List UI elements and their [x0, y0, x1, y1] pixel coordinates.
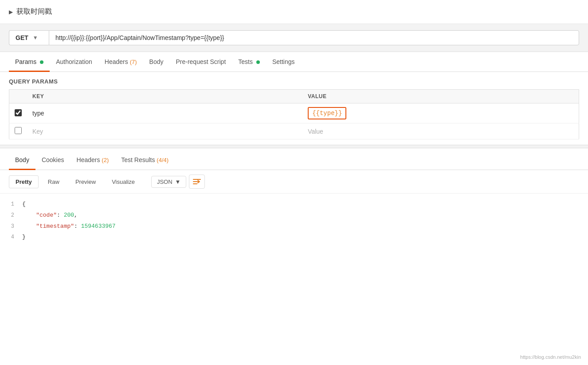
resp-tab-testresults[interactable]: Test Results (4/4)	[115, 150, 175, 170]
tab-headers[interactable]: Headers (7)	[98, 52, 143, 72]
resp-headers-badge: (2)	[102, 157, 109, 163]
url-bar: GET ▼	[0, 24, 588, 52]
tab-params[interactable]: Params	[9, 52, 50, 72]
code-line-1: 1 {	[0, 199, 588, 210]
tab-settings[interactable]: Settings	[266, 52, 301, 72]
code-area: 1 { 2 "code": 200, 3 "timestamp": 159463…	[0, 194, 588, 248]
resp-testresults-badge: (4/4)	[157, 157, 169, 163]
wrap-button[interactable]	[189, 175, 205, 189]
code-content-3: "timestamp": 1594633967	[22, 222, 588, 231]
col-key: KEY	[27, 90, 302, 103]
section-label: Query Params	[9, 78, 579, 85]
row2-value-placeholder: Value	[308, 128, 323, 135]
tab-authorization[interactable]: Authorization	[50, 52, 98, 72]
col-value: VALUE	[302, 90, 579, 103]
line-num-4: 4	[0, 233, 22, 242]
col-checkbox	[9, 90, 27, 103]
chevron-down-icon: ▼	[33, 35, 38, 41]
page-title: 获取时间戳	[16, 7, 52, 16]
line-num-2: 2	[0, 211, 22, 220]
tests-dot	[256, 60, 260, 64]
code-content-2: "code": 200,	[22, 211, 588, 220]
code-line-4: 4 }	[0, 232, 588, 243]
url-input[interactable]	[49, 30, 579, 45]
request-tabs: Params Authorization Headers (7) Body Pr…	[0, 52, 588, 72]
resp-tab-cookies[interactable]: Cookies	[35, 150, 71, 170]
code-content-4: }	[22, 233, 588, 242]
view-pretty[interactable]: Pretty	[9, 175, 39, 188]
method-dropdown[interactable]: GET ▼	[9, 30, 49, 45]
tab-body[interactable]: Body	[143, 52, 170, 72]
row2-key-placeholder: Key	[32, 128, 43, 135]
row1-checkbox[interactable]	[15, 109, 22, 116]
view-visualize[interactable]: Visualize	[105, 175, 141, 188]
tab-tests[interactable]: Tests	[232, 52, 266, 72]
params-table: KEY VALUE type {{type}}	[9, 89, 579, 139]
tab-prerequest[interactable]: Pre-request Script	[169, 52, 232, 72]
row2-checkbox-cell	[9, 123, 27, 139]
line-num-3: 3	[0, 222, 22, 231]
resp-tab-body[interactable]: Body	[9, 150, 35, 170]
row2-value-cell[interactable]: Value	[302, 123, 579, 139]
line-num-1: 1	[0, 200, 22, 209]
code-line-3: 3 "timestamp": 1594633967	[0, 221, 588, 232]
table-row: Key Value	[9, 123, 579, 139]
row1-key-cell: type	[27, 103, 302, 123]
view-raw[interactable]: Raw	[41, 175, 66, 188]
method-label: GET	[16, 34, 28, 41]
top-section: ▶ 获取时间戳	[0, 0, 588, 24]
resp-tab-headers[interactable]: Headers (2)	[71, 150, 115, 170]
params-dot	[40, 60, 43, 64]
section-divider	[0, 145, 588, 148]
row2-checkbox[interactable]	[15, 127, 22, 134]
row1-key: type	[32, 110, 44, 117]
expand-icon[interactable]: ▶	[9, 9, 13, 15]
row1-value-highlighted[interactable]: {{type}}	[308, 107, 346, 119]
view-preview[interactable]: Preview	[69, 175, 102, 188]
headers-badge: (7)	[130, 59, 137, 65]
body-toolbar: Pretty Raw Preview Visualize JSON ▼	[0, 170, 588, 194]
code-line-2: 2 "code": 200,	[0, 210, 588, 221]
wrap-icon	[193, 178, 201, 185]
format-chevron-icon: ▼	[175, 179, 181, 185]
response-tabs: Body Cookies Headers (2) Test Results (4…	[0, 150, 588, 170]
code-content-1: {	[22, 200, 588, 209]
format-dropdown[interactable]: JSON ▼	[151, 176, 187, 188]
table-row: type {{type}}	[9, 103, 579, 123]
row2-key-cell[interactable]: Key	[27, 123, 302, 139]
query-params-section: Query Params KEY VALUE type {{type}}	[0, 72, 588, 139]
row1-value-cell: {{type}}	[302, 103, 579, 123]
row1-checkbox-cell	[9, 103, 27, 123]
